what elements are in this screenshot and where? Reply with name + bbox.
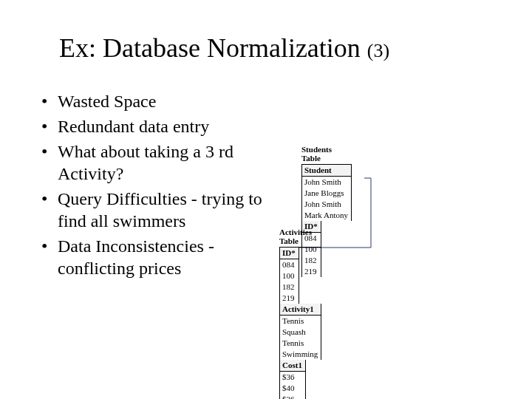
content-area: Wasted Space Redundant data entry What a… xyxy=(41,90,491,282)
table-cell: John Smith xyxy=(302,177,351,188)
column-header: Activity1 xyxy=(280,304,321,316)
slide-title: Ex: Database Normalization (3) xyxy=(59,33,491,64)
table-cell: Jane Bloggs xyxy=(302,188,351,199)
table-cell: 219 xyxy=(280,293,299,304)
list-item: Data Inconsistencies - conflicting price… xyxy=(41,235,270,279)
bullet-text: Redundant data entry xyxy=(58,117,209,136)
bullet-text: Data Inconsistencies - conflicting price… xyxy=(58,236,214,278)
table-column: ID* 084 100 182 219 xyxy=(280,248,299,304)
table-column: Student John Smith Jane Bloggs John Smit… xyxy=(302,165,352,221)
slide: Ex: Database Normalization (3) Wasted Sp… xyxy=(0,0,532,399)
table-cell: 100 xyxy=(280,270,299,282)
students-table-label: Students Table xyxy=(301,145,352,163)
title-main: Ex: Database Normalization xyxy=(59,33,367,63)
table-cell: $36 xyxy=(280,372,305,383)
table-cell: John Smith xyxy=(302,199,351,210)
list-item: Redundant data entry xyxy=(41,115,270,137)
table-cell: Swimming xyxy=(280,349,321,360)
table-cell: 084 xyxy=(280,259,299,270)
table-cell: Mark Antony xyxy=(302,210,351,221)
table-cell: $40 xyxy=(280,383,305,394)
bullet-text: Wasted Space xyxy=(58,92,156,111)
list-item: Wasted Space xyxy=(41,90,270,112)
list-item: What about taking a 3 rd Activity? xyxy=(41,140,270,185)
table-cell: 182 xyxy=(280,282,299,293)
title-sub: (3) xyxy=(367,40,389,61)
table-cell: Squash xyxy=(280,327,321,338)
column-header: Cost1 xyxy=(280,360,305,372)
bullet-text: Query Difficulties - trying to find all … xyxy=(58,189,262,231)
table-column: Cost1 $36 $40 $36 $15 xyxy=(280,360,306,399)
activities-table-label: Activities Table xyxy=(279,228,321,245)
column-header: Student xyxy=(302,165,351,177)
table-cell: Tennis xyxy=(280,338,321,349)
activities-table-block: Activities Table ID* 084 100 182 219 Act… xyxy=(279,228,321,399)
table-column: Activity1 Tennis Squash Tennis Swimming xyxy=(280,304,321,360)
list-item: Query Difficulties - trying to find all … xyxy=(41,188,270,232)
table-cell: $36 xyxy=(280,394,305,399)
column-header: ID* xyxy=(280,248,299,259)
table-cell: Tennis xyxy=(280,316,321,327)
activities-table: ID* 084 100 182 219 Activity1 Tennis Squ… xyxy=(279,247,321,399)
bullet-text: What about taking a 3 rd Activity? xyxy=(58,142,233,183)
bullet-list: Wasted Space Redundant data entry What a… xyxy=(41,90,270,282)
